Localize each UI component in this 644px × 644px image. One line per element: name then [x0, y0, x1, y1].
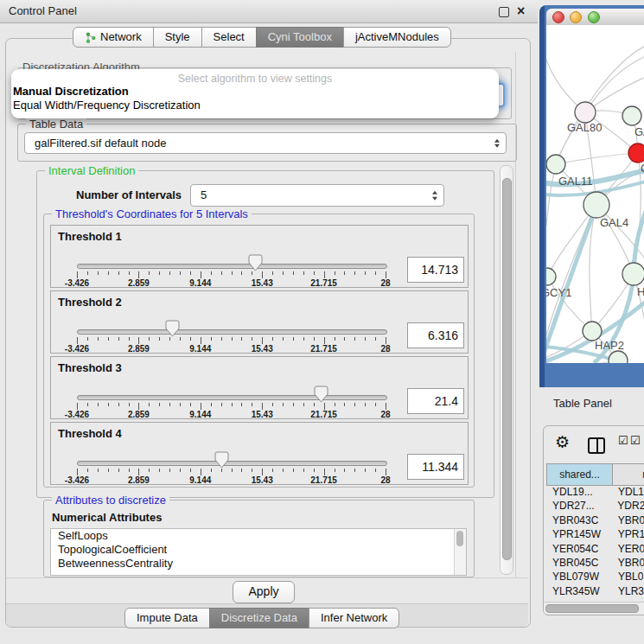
network-node-label: GAL4 — [600, 216, 628, 229]
table-row[interactable]: YBL079WYBL0 — [547, 571, 644, 584]
table-row[interactable]: YDR27...YDR2 — [547, 500, 644, 513]
tab-label: jActiveMNodules — [355, 28, 439, 47]
threshold-slider-track[interactable] — [77, 395, 387, 400]
algorithm-dropdown-popup: Select algorithm to view settings Manual… — [11, 69, 499, 118]
threshold-value-field[interactable]: 21.4 — [407, 388, 464, 414]
close-traffic-light-icon[interactable] — [552, 11, 564, 23]
tab-style[interactable]: Style — [153, 27, 202, 48]
network-node-gal4[interactable] — [583, 192, 609, 218]
table-row[interactable]: YLR345WYLR3 — [547, 585, 644, 599]
network-node-node[interactable] — [622, 263, 644, 285]
number-of-intervals-combobox[interactable]: 5 — [190, 184, 444, 207]
column-header-n[interactable]: n — [612, 463, 644, 486]
network-edge — [546, 360, 618, 363]
network-node-gcy1[interactable] — [546, 268, 556, 285]
table-data-combobox[interactable]: galFiltered.sif default node — [24, 132, 507, 154]
threshold-tick-labels: -3.4262.8599.14415.4321.71528 — [77, 475, 386, 484]
algorithm-option-equal-width-frequency-discretization[interactable]: Equal Width/Frequency Discretization — [11, 99, 499, 112]
threshold-value-field[interactable]: 14.713 — [407, 257, 464, 283]
network-node-node-red[interactable] — [628, 143, 644, 163]
network-node-hap2[interactable] — [583, 322, 602, 341]
threshold-slider-track[interactable] — [77, 329, 387, 335]
zoom-traffic-light-icon[interactable] — [588, 11, 600, 23]
numerical-attributes-list[interactable]: SelfLoopsTopologicalCoefficientBetweenne… — [50, 528, 467, 576]
algorithm-option-manual-discretization[interactable]: Manual Discretization — [11, 85, 499, 99]
cell-shared-name: YBR045C — [547, 557, 612, 571]
column-header-shared[interactable]: shared... — [546, 463, 613, 486]
main-scrollbar[interactable] — [500, 165, 513, 575]
network-node-gal11[interactable] — [546, 155, 565, 174]
threshold-label: Threshold 2 — [58, 296, 122, 309]
gear-icon[interactable]: ⚙ — [555, 432, 570, 451]
list-item[interactable]: BetweennessCentrality — [51, 557, 466, 571]
column-layout-icon[interactable] — [588, 437, 605, 454]
panel-title: Control Panel — [9, 0, 77, 22]
threshold-value-field[interactable]: 11.344 — [407, 454, 464, 480]
cell-shared-name: YER054C — [547, 543, 612, 557]
page: Control Panel × NetworkStyleSelectCyni T… — [0, 0, 644, 644]
table-data-combo-value: galFiltered.sif default node — [35, 133, 166, 153]
threshold-value-field[interactable]: 6.316 — [407, 322, 464, 348]
tab-network[interactable]: Network — [73, 27, 154, 48]
cell-name: YIL0 — [612, 599, 640, 601]
table-row[interactable]: YBR043CYBR0 — [547, 514, 644, 528]
cell-shared-name: YBL079W — [547, 571, 612, 584]
bottom-tab-discretize-data[interactable]: Discretize Data — [209, 608, 309, 628]
network-node-label: GA — [634, 125, 644, 138]
list-item[interactable]: SelfLoops — [51, 529, 466, 543]
bottom-tab-impute-data[interactable]: Impute Data — [124, 608, 210, 628]
network-node-label: GAL11 — [558, 175, 593, 188]
threshold-slider-track[interactable] — [77, 461, 387, 466]
cell-shared-name: YIL052C — [547, 599, 612, 601]
table-horizontal-scrollbar[interactable] — [544, 602, 644, 614]
tab-label: Impute Data — [137, 609, 198, 628]
tab-jactivemnodules[interactable]: jActiveMNodules — [343, 27, 451, 48]
cell-name: YDL1 — [612, 486, 644, 500]
network-view-frame[interactable]: GAL80GACGAL11GAL4GCY1HHAP2 — [539, 5, 644, 387]
threshold-slider-thumb[interactable] — [214, 451, 229, 469]
table-row[interactable]: YDL19...YDL1 — [547, 486, 644, 500]
minimize-traffic-light-icon[interactable] — [570, 11, 582, 23]
list-scrollbar-thumb[interactable] — [456, 531, 463, 546]
top-tab-bar: NetworkStyleSelectCyni ToolboxjActiveMNo… — [73, 27, 451, 48]
cell-name: YPR1 — [612, 528, 644, 542]
list-item[interactable]: TopologicalCoefficient — [51, 543, 466, 557]
cell-shared-name: YDL19... — [547, 486, 612, 500]
tab-cyni-toolbox[interactable]: Cyni Toolbox — [256, 27, 344, 48]
network-node-label: C — [641, 162, 644, 175]
table-row[interactable]: YER054CYER0 — [547, 543, 644, 557]
list-scrollbar[interactable] — [454, 529, 466, 575]
checkbox-icon[interactable]: ☑ — [618, 434, 628, 447]
main-scrollbar-thumb[interactable] — [502, 178, 512, 560]
popup-hint: Select algorithm to view settings — [11, 69, 499, 85]
table-row[interactable]: YBR045CYBR0 — [547, 557, 644, 571]
checkbox-icon[interactable]: ☑ — [630, 434, 641, 447]
float-window-icon[interactable] — [499, 7, 509, 17]
network-graph: GAL80GACGAL11GAL4GCY1HHAP2 — [546, 25, 644, 363]
numerical-attributes-label: Numerical Attributes — [52, 511, 162, 524]
apply-button[interactable]: Apply — [233, 581, 295, 603]
close-icon[interactable]: × — [517, 2, 525, 21]
threshold-panel: Threshold 3 -3.4262.8599.14415.4321.7152… — [50, 356, 469, 419]
threshold-slider-thumb[interactable] — [248, 254, 263, 271]
table-row[interactable]: YPR145WYPR1 — [547, 528, 644, 542]
network-node-node[interactable] — [622, 106, 641, 125]
table-header-row: shared...n — [547, 463, 644, 486]
network-canvas[interactable]: GAL80GACGAL11GAL4GCY1HHAP2 — [546, 25, 644, 363]
tab-label: Network — [100, 28, 142, 47]
table-panel: ⚙ ☑ ☑ shared...n YDL19...YDL1YDR27...YDR… — [543, 425, 644, 615]
network-node-gal80[interactable] — [575, 102, 596, 123]
table-data-group-label: Table Data — [26, 118, 86, 131]
tab-select[interactable]: Select — [201, 27, 257, 48]
table-row[interactable]: YIL052CYIL0 — [547, 599, 644, 601]
interval-definition-group-label: Interval Definition — [45, 164, 138, 177]
table-hscrollbar-thumb[interactable] — [545, 604, 639, 613]
threshold-slider-thumb[interactable] — [314, 386, 328, 403]
threshold-slider-thumb[interactable] — [165, 320, 180, 337]
network-node-label: HAP2 — [595, 339, 624, 352]
bottom-tab-infer-network[interactable]: Infer Network — [309, 608, 399, 628]
threshold-panel: Threshold 4 -3.4262.8599.14415.4321.7152… — [50, 422, 469, 485]
cell-name: YBR0 — [612, 557, 644, 571]
cell-shared-name: YPR145W — [547, 528, 612, 542]
threshold-slider-track[interactable] — [77, 264, 387, 269]
